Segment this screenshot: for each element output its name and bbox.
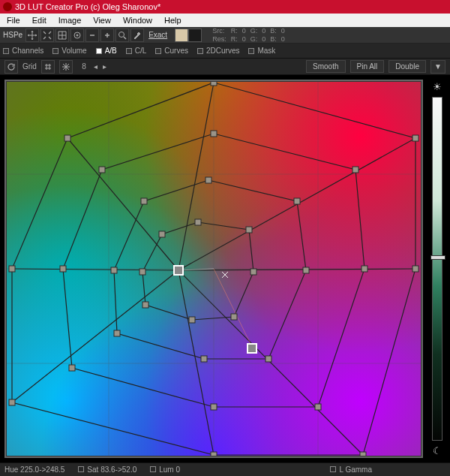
svg-rect-47 bbox=[195, 219, 201, 225]
zoom-out-tool[interactable] bbox=[86, 29, 99, 42]
selected-node[interactable] bbox=[248, 344, 256, 353]
svg-rect-37 bbox=[60, 266, 66, 272]
tab-ab[interactable]: A/B bbox=[96, 47, 117, 55]
tab-channels[interactable]: Channels bbox=[3, 47, 44, 55]
grid-tool[interactable] bbox=[56, 29, 69, 42]
sun-icon[interactable]: ☀ bbox=[433, 81, 442, 92]
tab-volume[interactable]: Volume bbox=[52, 47, 86, 55]
zoom-in-tool[interactable] bbox=[100, 29, 114, 42]
exact-toggle[interactable]: Exact bbox=[148, 31, 167, 39]
svg-rect-42 bbox=[266, 356, 272, 362]
tab-2dcurves[interactable]: 2DCurves bbox=[197, 47, 239, 55]
svg-rect-45 bbox=[111, 267, 117, 273]
svg-rect-24 bbox=[412, 135, 418, 141]
svg-rect-51 bbox=[189, 317, 195, 323]
status-lum: Lum 0 bbox=[159, 465, 180, 474]
toolbar-main: HSPe Exact Src: R:0 G:0 B:0 Res: R:0 G:0… bbox=[0, 27, 450, 44]
statusbar: Hue 225.0->248.5 Sat 83.6->52.0 Lum 0 L … bbox=[0, 462, 450, 476]
moon-icon[interactable]: ☾ bbox=[433, 445, 442, 456]
tab-cl[interactable]: C/L bbox=[126, 47, 147, 55]
svg-rect-34 bbox=[315, 404, 321, 410]
swatch-pair bbox=[175, 29, 202, 42]
svg-rect-32 bbox=[352, 167, 358, 173]
svg-rect-28 bbox=[9, 399, 15, 405]
toolbar-grid: Grid 8 ◂ ▸ Smooth Pin All Double ▼ bbox=[0, 59, 450, 75]
main-area: ☀ ☾ bbox=[0, 75, 450, 462]
svg-line-18 bbox=[12, 270, 178, 402]
grid-hash-button[interactable] bbox=[41, 60, 55, 74]
menu-window[interactable]: Window bbox=[118, 15, 158, 26]
menu-help[interactable]: Help bbox=[159, 15, 187, 26]
grid-steps-inc[interactable]: ▸ bbox=[101, 61, 109, 73]
grid-label: Grid bbox=[22, 62, 37, 71]
swatch-background[interactable] bbox=[188, 29, 202, 42]
dropdown-button[interactable]: ▼ bbox=[430, 60, 446, 74]
color-canvas[interactable] bbox=[4, 80, 423, 458]
sat-checkbox[interactable] bbox=[78, 466, 84, 472]
pinall-button[interactable]: Pin All bbox=[350, 60, 385, 73]
svg-rect-50 bbox=[231, 314, 237, 320]
menu-view[interactable]: View bbox=[88, 15, 116, 26]
status-sat: Sat 83.6->52.0 bbox=[87, 465, 136, 474]
status-hue: Hue 225.0->248.5 bbox=[4, 465, 64, 474]
spider-grid-overlay[interactable] bbox=[4, 80, 423, 458]
reset-button[interactable] bbox=[4, 60, 18, 74]
brightness-strip: ☀ ☾ bbox=[428, 80, 447, 458]
svg-line-13 bbox=[178, 83, 214, 270]
smooth-button[interactable]: Smooth bbox=[306, 60, 345, 73]
tab-bar: Channels Volume A/B C/L Curves 2DCurves … bbox=[0, 44, 450, 59]
svg-rect-27 bbox=[211, 452, 217, 458]
svg-rect-43 bbox=[201, 356, 207, 362]
pipette-tool[interactable] bbox=[130, 29, 144, 42]
svg-rect-33 bbox=[362, 266, 368, 272]
svg-rect-53 bbox=[140, 269, 146, 275]
lum-checkbox[interactable] bbox=[150, 466, 156, 472]
tab-curves[interactable]: Curves bbox=[155, 47, 188, 55]
magnifier-tool[interactable] bbox=[116, 29, 129, 42]
grid-steps-stepper[interactable]: 8 ◂ ▸ bbox=[77, 61, 109, 73]
menubar: File Edit Image View Window Help bbox=[0, 14, 450, 27]
color-readout: Src: R:0 G:0 B:0 Res: R:0 G:0 B:0 bbox=[211, 26, 290, 44]
grid-steps-value: 8 bbox=[77, 62, 91, 71]
brightness-thumb[interactable] bbox=[430, 255, 446, 260]
svg-rect-49 bbox=[250, 269, 256, 275]
move-tool[interactable] bbox=[26, 29, 39, 42]
menu-edit[interactable]: Edit bbox=[27, 15, 52, 26]
svg-rect-29 bbox=[9, 266, 15, 272]
center-node[interactable] bbox=[174, 266, 183, 275]
svg-rect-46 bbox=[141, 198, 147, 204]
svg-rect-26 bbox=[360, 452, 366, 458]
svg-line-16 bbox=[178, 270, 363, 455]
tab-mask[interactable]: Mask bbox=[248, 47, 275, 55]
color-model-label[interactable]: HSPe bbox=[3, 31, 22, 39]
expand-tool[interactable] bbox=[40, 29, 54, 42]
brightness-slider[interactable] bbox=[432, 97, 442, 441]
titlebar: 3D LUT Creator Pro (c) Oleg Sharonov* bbox=[0, 0, 450, 14]
app-icon bbox=[3, 2, 12, 11]
svg-line-17 bbox=[178, 270, 214, 455]
svg-point-1 bbox=[76, 35, 78, 36]
status-gamma: L Gamma bbox=[339, 465, 372, 474]
svg-line-21 bbox=[214, 269, 252, 347]
svg-rect-23 bbox=[211, 80, 217, 86]
svg-rect-35 bbox=[211, 404, 217, 410]
svg-rect-38 bbox=[99, 167, 105, 173]
title-text: 3D LUT Creator Pro (c) Oleg Sharonov* bbox=[15, 2, 160, 11]
svg-rect-30 bbox=[64, 135, 70, 141]
svg-rect-52 bbox=[142, 302, 148, 308]
svg-rect-54 bbox=[159, 231, 165, 237]
menu-file[interactable]: File bbox=[2, 15, 26, 26]
swatch-foreground[interactable] bbox=[175, 29, 188, 42]
svg-rect-40 bbox=[294, 198, 300, 204]
target-tool[interactable] bbox=[70, 29, 84, 42]
svg-rect-31 bbox=[211, 131, 217, 137]
menu-image[interactable]: Image bbox=[53, 15, 87, 26]
svg-rect-25 bbox=[412, 266, 418, 272]
double-button[interactable]: Double bbox=[388, 60, 426, 73]
gamma-checkbox[interactable] bbox=[330, 466, 336, 472]
svg-point-2 bbox=[119, 32, 124, 37]
grid-steps-dec[interactable]: ◂ bbox=[92, 61, 100, 73]
grid-burst-button[interactable] bbox=[59, 60, 73, 74]
svg-rect-39 bbox=[206, 177, 212, 183]
svg-rect-44 bbox=[114, 330, 120, 336]
